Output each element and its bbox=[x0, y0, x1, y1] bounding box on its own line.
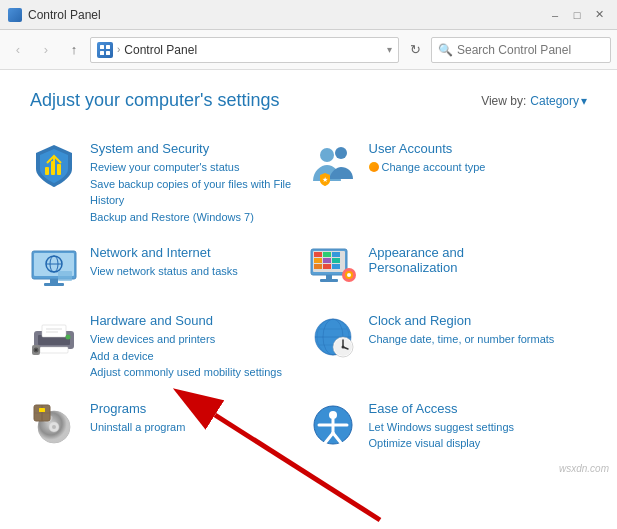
svg-rect-1 bbox=[106, 45, 110, 49]
svg-rect-66 bbox=[39, 408, 45, 412]
programs-text: Programs Uninstall a program bbox=[90, 401, 299, 436]
svg-rect-23 bbox=[332, 252, 340, 257]
content-header: Adjust your computer's settings View by:… bbox=[30, 90, 587, 111]
main-content: Adjust your computer's settings View by:… bbox=[0, 70, 617, 482]
appearance-title[interactable]: Appearance andPersonalization bbox=[369, 245, 578, 275]
user-accounts-title[interactable]: User Accounts bbox=[369, 141, 578, 156]
path-separator: › bbox=[117, 44, 120, 55]
svg-rect-28 bbox=[323, 264, 331, 269]
svg-rect-40 bbox=[40, 347, 68, 353]
programs-title[interactable]: Programs bbox=[90, 401, 299, 416]
address-path[interactable]: › Control Panel ▾ bbox=[90, 37, 399, 63]
system-security-icon bbox=[30, 141, 78, 189]
title-bar-left: Control Panel bbox=[8, 8, 101, 22]
svg-point-9 bbox=[335, 147, 347, 159]
appearance-text: Appearance andPersonalization bbox=[369, 245, 578, 278]
watermark: wsxdn.com bbox=[559, 463, 609, 474]
svg-rect-26 bbox=[332, 258, 340, 263]
system-security-text: System and Security Review your computer… bbox=[90, 141, 299, 225]
user-accounts-icon: ★ bbox=[309, 141, 357, 189]
title-bar-controls: – □ ✕ bbox=[545, 5, 609, 25]
clock-title[interactable]: Clock and Region bbox=[369, 313, 578, 328]
svg-point-41 bbox=[66, 335, 71, 340]
clock-icon bbox=[309, 313, 357, 361]
system-security-link-2[interactable]: Save backup copies of your files with Fi… bbox=[90, 176, 299, 209]
svg-text:★: ★ bbox=[322, 176, 328, 183]
hardware-link-2[interactable]: Add a device bbox=[90, 348, 299, 365]
content-wrapper: Adjust your computer's settings View by:… bbox=[0, 70, 617, 482]
svg-rect-37 bbox=[42, 325, 66, 337]
clock-link-1[interactable]: Change date, time, or number formats bbox=[369, 331, 578, 348]
control-panel-icon-svg bbox=[100, 45, 110, 55]
app-icon bbox=[8, 8, 22, 22]
hardware-link-1[interactable]: View devices and printers bbox=[90, 331, 299, 348]
back-button[interactable]: ‹ bbox=[6, 38, 30, 62]
search-icon: 🔍 bbox=[438, 43, 453, 57]
path-label: Control Panel bbox=[124, 43, 383, 57]
svg-rect-31 bbox=[320, 279, 338, 282]
panel-item-ease[interactable]: Ease of Access Let Windows suggest setti… bbox=[309, 391, 588, 462]
title-bar: Control Panel – □ ✕ bbox=[0, 0, 617, 30]
refresh-button[interactable]: ↻ bbox=[403, 38, 427, 62]
refresh-icon: ↻ bbox=[410, 42, 421, 57]
back-icon: ‹ bbox=[16, 42, 20, 57]
close-button[interactable]: ✕ bbox=[589, 5, 609, 25]
minimize-button[interactable]: – bbox=[545, 5, 565, 25]
svg-rect-22 bbox=[323, 252, 331, 257]
hardware-text: Hardware and Sound View devices and prin… bbox=[90, 313, 299, 381]
view-by: View by: Category ▾ bbox=[481, 94, 587, 108]
user-accounts-link-1[interactable]: Change account type bbox=[369, 159, 578, 177]
svg-point-34 bbox=[347, 273, 351, 277]
svg-point-44 bbox=[35, 349, 37, 351]
address-bar: ‹ › ↑ › Control Panel ▾ ↻ 🔍 bbox=[0, 30, 617, 70]
view-by-dropdown[interactable]: Category ▾ bbox=[530, 94, 587, 108]
appearance-icon bbox=[309, 245, 357, 293]
system-security-link-1[interactable]: Review your computer's status bbox=[90, 159, 299, 176]
hardware-icon bbox=[30, 313, 78, 361]
ease-title[interactable]: Ease of Access bbox=[369, 401, 578, 416]
ease-link-2[interactable]: Optimize visual display bbox=[369, 435, 578, 452]
panel-item-programs[interactable]: Programs Uninstall a program bbox=[30, 391, 309, 462]
panel-item-hardware[interactable]: Hardware and Sound View devices and prin… bbox=[30, 303, 309, 391]
panel-item-appearance[interactable]: Appearance andPersonalization bbox=[309, 235, 588, 303]
svg-rect-17 bbox=[44, 283, 64, 286]
search-input[interactable] bbox=[457, 43, 604, 57]
panel-item-clock[interactable]: Clock and Region Change date, time, or n… bbox=[309, 303, 588, 391]
svg-rect-4 bbox=[45, 167, 49, 175]
system-security-title[interactable]: System and Security bbox=[90, 141, 299, 156]
svg-rect-0 bbox=[100, 45, 104, 49]
ease-icon bbox=[309, 401, 357, 449]
view-by-value-text: Category bbox=[530, 94, 579, 108]
programs-link-1[interactable]: Uninstall a program bbox=[90, 419, 299, 436]
view-by-label: View by: bbox=[481, 94, 526, 108]
panel-item-system-security[interactable]: System and Security Review your computer… bbox=[30, 131, 309, 235]
svg-rect-16 bbox=[50, 279, 58, 283]
view-by-arrow-icon: ▾ bbox=[581, 94, 587, 108]
up-icon: ↑ bbox=[71, 42, 78, 57]
svg-rect-6 bbox=[57, 164, 61, 175]
svg-rect-18 bbox=[58, 271, 72, 281]
clock-text: Clock and Region Change date, time, or n… bbox=[369, 313, 578, 348]
hardware-link-3[interactable]: Adjust commonly used mobility settings bbox=[90, 364, 299, 381]
up-button[interactable]: ↑ bbox=[62, 38, 86, 62]
search-box[interactable]: 🔍 bbox=[431, 37, 611, 63]
svg-rect-25 bbox=[323, 258, 331, 263]
network-title[interactable]: Network and Internet bbox=[90, 245, 299, 260]
panel-item-network[interactable]: Network and Internet View network status… bbox=[30, 235, 309, 303]
page-title: Adjust your computer's settings bbox=[30, 90, 280, 111]
svg-rect-30 bbox=[326, 275, 332, 279]
network-icon bbox=[30, 245, 78, 293]
ease-text: Ease of Access Let Windows suggest setti… bbox=[369, 401, 578, 452]
path-dropdown-arrow[interactable]: ▾ bbox=[387, 44, 392, 55]
forward-button[interactable]: › bbox=[34, 38, 58, 62]
programs-icon bbox=[30, 401, 78, 449]
hardware-title[interactable]: Hardware and Sound bbox=[90, 313, 299, 328]
ease-link-1[interactable]: Let Windows suggest settings bbox=[369, 419, 578, 436]
svg-point-8 bbox=[320, 148, 334, 162]
maximize-button[interactable]: □ bbox=[567, 5, 587, 25]
svg-point-56 bbox=[341, 346, 344, 349]
system-security-link-3[interactable]: Backup and Restore (Windows 7) bbox=[90, 209, 299, 226]
panel-item-user-accounts[interactable]: ★ User Accounts Change account type bbox=[309, 131, 588, 235]
network-link-1[interactable]: View network status and tasks bbox=[90, 263, 299, 280]
panel-grid: System and Security Review your computer… bbox=[30, 131, 587, 462]
